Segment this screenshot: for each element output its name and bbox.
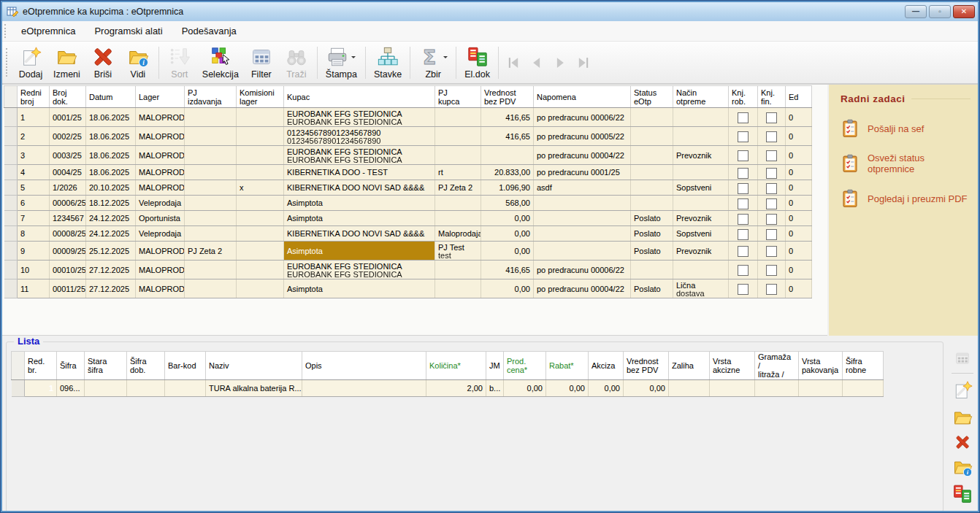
cell-pj_kupca[interactable]: PJ Zeta 2 <box>435 180 481 196</box>
lista-view-button[interactable] <box>952 457 973 477</box>
cell-vrednost_bez_pdv[interactable]: 0,00 <box>481 211 534 226</box>
cell-pj_kupca[interactable]: PJ Testtest <box>435 242 481 261</box>
cell-napomena[interactable] <box>534 242 631 261</box>
cell-gutter[interactable] <box>4 196 18 211</box>
cell-datum[interactable]: 18.06.2025 <box>86 146 136 165</box>
col-prod_cena[interactable]: Prod. cena* <box>504 352 546 380</box>
col-redni_broj[interactable]: Redni broj <box>18 86 50 108</box>
cell-komisioni_lager[interactable] <box>237 165 284 180</box>
cell-redni_broj[interactable]: 11 <box>18 279 50 298</box>
cell-knj_rob[interactable] <box>729 165 758 180</box>
cell-datum[interactable]: 18.06.2025 <box>86 127 136 146</box>
col-gutter[interactable] <box>4 86 18 108</box>
cell-nacin_otpreme[interactable]: Prevoznik <box>673 146 729 165</box>
checkbox[interactable] <box>766 112 777 123</box>
col-status_eotp[interactable]: Status eOtp <box>631 86 673 108</box>
cell-datum[interactable]: 27.12.2025 <box>86 261 136 279</box>
print-button[interactable]: Štampa <box>321 44 362 82</box>
cell-datum[interactable]: 20.10.2025 <box>86 180 136 196</box>
col-vrsta_akcizne[interactable]: Vrsta akcizne <box>710 352 755 380</box>
cell-datum[interactable]: 18.06.2025 <box>86 108 136 127</box>
cell-gutter[interactable] <box>4 211 18 226</box>
add-button[interactable]: Dodaj <box>13 44 48 82</box>
cell-komisioni_lager[interactable] <box>237 196 284 211</box>
cell-sifra[interactable]: 096... <box>57 380 85 397</box>
col-akciza[interactable]: Akciza <box>589 352 624 380</box>
cell-komisioni_lager[interactable] <box>237 279 284 298</box>
col-sifra[interactable]: Šifra <box>57 352 85 380</box>
cell-prod_cena[interactable]: 0,00 <box>504 380 546 397</box>
lista-eldok-button[interactable] <box>952 484 973 504</box>
checkbox[interactable] <box>766 214 777 225</box>
cell-pj_izdavanja[interactable] <box>185 261 237 279</box>
checkbox[interactable] <box>738 265 749 276</box>
cell-napomena[interactable] <box>534 196 631 211</box>
col-sifra_robne[interactable]: Šifra robne <box>843 352 884 380</box>
task-view-download-pdf[interactable]: Pogledaj i preuzmi PDF <box>841 189 971 208</box>
cell-komisioni_lager[interactable] <box>237 242 284 261</box>
cell-komisioni_lager[interactable] <box>237 226 284 242</box>
cell-gutter[interactable] <box>4 242 18 261</box>
col-vrsta_pak[interactable]: Vrsta pakovanja <box>799 352 843 380</box>
cell-ed[interactable]: 0 <box>786 146 812 165</box>
col-gramaza[interactable]: Gramaža / litraža / <box>755 352 799 380</box>
cell-sifra_dob[interactable] <box>127 380 165 397</box>
cell-datum[interactable]: 27.12.2025 <box>86 279 136 298</box>
cell-kupac[interactable]: EUROBANK EFG STEDIONICAEUROBANK EFG STED… <box>284 261 435 279</box>
cell-lager[interactable]: Oportunista <box>136 211 185 226</box>
checkbox[interactable] <box>738 198 749 209</box>
cell-gramaza[interactable] <box>755 380 799 397</box>
cell-redni_broj[interactable]: 9 <box>18 242 50 261</box>
col-ed[interactable]: Ed <box>786 86 812 108</box>
cell-redni_broj[interactable]: 6 <box>18 196 50 211</box>
cell-redni_broj[interactable]: 10 <box>18 261 50 279</box>
cell-nacin_otpreme[interactable] <box>673 261 729 279</box>
edit-button[interactable]: Izmeni <box>48 44 85 82</box>
checkbox[interactable] <box>738 168 749 179</box>
cell-knj_fin[interactable] <box>758 261 786 279</box>
cell-broj_dok[interactable]: 00008/25 <box>50 226 86 242</box>
cell-gutter[interactable] <box>4 146 18 165</box>
cell-lager[interactable]: MALOPRODAJA <box>136 279 185 298</box>
cell-status_eotp[interactable]: Poslato <box>631 211 673 226</box>
cell-knj_rob[interactable] <box>729 242 758 261</box>
checkbox[interactable] <box>738 150 749 161</box>
cell-kupac[interactable]: 0123456789012345678900123456789012345678… <box>284 127 435 146</box>
cell-knj_fin[interactable] <box>758 279 786 298</box>
checkbox[interactable] <box>766 150 777 161</box>
cell-gutter[interactable] <box>4 165 18 180</box>
checkbox[interactable] <box>738 183 749 194</box>
cell-ed[interactable]: 0 <box>786 226 812 242</box>
cell-komisioni_lager[interactable] <box>237 261 284 279</box>
cell-lager[interactable]: MALOPRODAJA <box>136 127 185 146</box>
cell-broj_dok[interactable]: 0004/25 <box>50 165 86 180</box>
checkbox[interactable] <box>766 183 777 194</box>
lista-filter-button[interactable] <box>954 350 971 366</box>
cell-sifra_robne[interactable] <box>843 380 884 397</box>
cell-redni_broj[interactable]: 8 <box>18 226 50 242</box>
cell-ed[interactable]: 0 <box>786 242 812 261</box>
cell-komisioni_lager[interactable] <box>237 211 284 226</box>
cell-pj_izdavanja[interactable] <box>185 180 237 196</box>
cell-broj_dok[interactable]: 1234567 <box>50 211 86 226</box>
col-sifra_dob[interactable]: Šifra dob. <box>127 352 165 380</box>
cell-ed[interactable]: 0 <box>786 261 812 279</box>
cell-vrsta_pak[interactable] <box>799 380 843 397</box>
lista-add-button[interactable] <box>952 380 973 401</box>
col-gutter[interactable] <box>12 352 25 380</box>
cell-komisioni_lager[interactable]: x <box>237 180 284 196</box>
nav-next-button[interactable] <box>550 53 570 73</box>
checkbox[interactable] <box>738 284 749 295</box>
cell-napomena[interactable] <box>534 211 631 226</box>
nav-last-button[interactable] <box>573 53 594 73</box>
cell-kupac[interactable]: EUROBANK EFG STEDIONICAEUROBANK EFG STED… <box>284 146 435 165</box>
cell-napomena[interactable]: asdf <box>534 180 631 196</box>
cell-redni_broj[interactable]: 3 <box>18 146 50 165</box>
cell-kupac[interactable]: EUROBANK EFG STEDIONICAEUROBANK EFG STED… <box>284 108 435 127</box>
cell-nacin_otpreme[interactable] <box>673 108 729 127</box>
cell-knj_fin[interactable] <box>758 226 786 242</box>
cell-pj_izdavanja[interactable]: PJ Zeta 2 <box>185 242 237 261</box>
menu-podesavanja[interactable]: Podešavanja <box>172 23 246 39</box>
lista-edit-button[interactable] <box>952 407 973 428</box>
cell-pj_izdavanja[interactable] <box>185 127 237 146</box>
